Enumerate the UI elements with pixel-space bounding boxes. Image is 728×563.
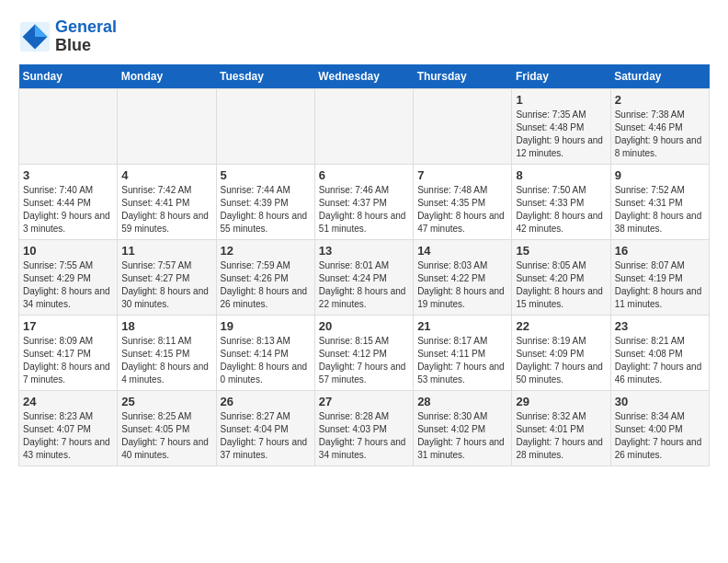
- calendar-cell: [216, 88, 314, 164]
- day-number: 13: [319, 244, 409, 258]
- day-info: Sunrise: 7:35 AM Sunset: 4:48 PM Dayligh…: [516, 109, 606, 160]
- day-info: Sunrise: 8:03 AM Sunset: 4:22 PM Dayligh…: [417, 259, 507, 311]
- day-number: 29: [516, 395, 606, 408]
- calendar-cell: 25Sunrise: 8:25 AM Sunset: 4:05 PM Dayli…: [118, 390, 216, 465]
- day-number: 4: [121, 168, 211, 182]
- day-number: 1: [516, 93, 606, 107]
- calendar-cell: [19, 88, 118, 164]
- day-number: 27: [319, 395, 409, 408]
- day-number: 17: [23, 319, 113, 333]
- week-row-5: 24Sunrise: 8:23 AM Sunset: 4:07 PM Dayli…: [19, 390, 710, 465]
- day-number: 25: [121, 395, 211, 408]
- day-number: 30: [615, 395, 705, 408]
- day-number: 2: [615, 93, 705, 107]
- day-number: 19: [221, 319, 311, 333]
- calendar-cell: 1Sunrise: 7:35 AM Sunset: 4:48 PM Daylig…: [512, 88, 610, 164]
- day-number: 9: [615, 168, 705, 182]
- calendar-cell: 16Sunrise: 8:07 AM Sunset: 4:19 PM Dayli…: [610, 239, 709, 315]
- calendar-cell: 21Sunrise: 8:17 AM Sunset: 4:11 PM Dayli…: [414, 315, 512, 390]
- calendar-cell: 14Sunrise: 8:03 AM Sunset: 4:22 PM Dayli…: [414, 239, 512, 315]
- day-number: 22: [516, 319, 606, 333]
- header-monday: Monday: [118, 64, 216, 89]
- page-header: General Blue: [18, 18, 710, 55]
- calendar-cell: 26Sunrise: 8:27 AM Sunset: 4:04 PM Dayli…: [216, 390, 314, 465]
- calendar-cell: 10Sunrise: 7:55 AM Sunset: 4:29 PM Dayli…: [19, 239, 118, 315]
- day-info: Sunrise: 8:15 AM Sunset: 4:12 PM Dayligh…: [319, 335, 409, 386]
- calendar-cell: 19Sunrise: 8:13 AM Sunset: 4:14 PM Dayli…: [216, 315, 314, 390]
- day-number: 14: [417, 244, 507, 258]
- day-number: 15: [516, 244, 606, 258]
- header-friday: Friday: [512, 64, 610, 89]
- calendar-cell: [314, 88, 413, 164]
- calendar-cell: 11Sunrise: 7:57 AM Sunset: 4:27 PM Dayli…: [118, 239, 216, 315]
- calendar-cell: 15Sunrise: 8:05 AM Sunset: 4:20 PM Dayli…: [512, 239, 610, 315]
- logo-icon: [18, 20, 51, 53]
- day-number: 7: [417, 168, 507, 182]
- day-number: 10: [23, 244, 113, 258]
- week-row-2: 3Sunrise: 7:40 AM Sunset: 4:44 PM Daylig…: [19, 164, 710, 239]
- day-info: Sunrise: 8:07 AM Sunset: 4:19 PM Dayligh…: [615, 259, 705, 311]
- day-info: Sunrise: 8:28 AM Sunset: 4:03 PM Dayligh…: [319, 410, 409, 462]
- day-info: Sunrise: 7:44 AM Sunset: 4:39 PM Dayligh…: [221, 184, 311, 236]
- day-info: Sunrise: 8:11 AM Sunset: 4:15 PM Dayligh…: [121, 335, 211, 386]
- calendar-cell: 7Sunrise: 7:48 AM Sunset: 4:35 PM Daylig…: [414, 164, 512, 239]
- calendar-cell: 12Sunrise: 7:59 AM Sunset: 4:26 PM Dayli…: [216, 239, 314, 315]
- day-number: 8: [516, 168, 606, 182]
- day-info: Sunrise: 7:40 AM Sunset: 4:44 PM Dayligh…: [23, 184, 113, 236]
- day-info: Sunrise: 8:01 AM Sunset: 4:24 PM Dayligh…: [319, 259, 409, 311]
- header-saturday: Saturday: [610, 64, 709, 89]
- header-wednesday: Wednesday: [314, 64, 413, 89]
- week-row-4: 17Sunrise: 8:09 AM Sunset: 4:17 PM Dayli…: [19, 315, 710, 390]
- calendar-cell: 17Sunrise: 8:09 AM Sunset: 4:17 PM Dayli…: [19, 315, 118, 390]
- calendar-cell: 3Sunrise: 7:40 AM Sunset: 4:44 PM Daylig…: [19, 164, 118, 239]
- day-number: 3: [23, 168, 113, 182]
- day-info: Sunrise: 8:13 AM Sunset: 4:14 PM Dayligh…: [221, 335, 311, 386]
- header-thursday: Thursday: [414, 64, 512, 89]
- day-number: 6: [319, 168, 409, 182]
- calendar-cell: 2Sunrise: 7:38 AM Sunset: 4:46 PM Daylig…: [610, 88, 709, 164]
- day-info: Sunrise: 7:59 AM Sunset: 4:26 PM Dayligh…: [221, 259, 311, 311]
- calendar-cell: [118, 88, 216, 164]
- day-number: 23: [615, 319, 705, 333]
- day-info: Sunrise: 7:48 AM Sunset: 4:35 PM Dayligh…: [417, 184, 507, 236]
- day-info: Sunrise: 8:34 AM Sunset: 4:00 PM Dayligh…: [615, 410, 705, 462]
- day-number: 11: [121, 244, 211, 258]
- day-info: Sunrise: 7:38 AM Sunset: 4:46 PM Dayligh…: [615, 109, 705, 160]
- calendar-cell: 30Sunrise: 8:34 AM Sunset: 4:00 PM Dayli…: [610, 390, 709, 465]
- calendar-cell: 23Sunrise: 8:21 AM Sunset: 4:08 PM Dayli…: [610, 315, 709, 390]
- week-row-3: 10Sunrise: 7:55 AM Sunset: 4:29 PM Dayli…: [19, 239, 710, 315]
- day-info: Sunrise: 7:46 AM Sunset: 4:37 PM Dayligh…: [319, 184, 409, 236]
- day-info: Sunrise: 8:19 AM Sunset: 4:09 PM Dayligh…: [516, 335, 606, 386]
- calendar-cell: 22Sunrise: 8:19 AM Sunset: 4:09 PM Dayli…: [512, 315, 610, 390]
- calendar-cell: 20Sunrise: 8:15 AM Sunset: 4:12 PM Dayli…: [314, 315, 413, 390]
- day-info: Sunrise: 8:17 AM Sunset: 4:11 PM Dayligh…: [417, 335, 507, 386]
- day-number: 12: [221, 244, 311, 258]
- day-header-row: SundayMondayTuesdayWednesdayThursdayFrid…: [19, 64, 710, 89]
- logo-text: General Blue: [55, 18, 117, 55]
- day-info: Sunrise: 8:09 AM Sunset: 4:17 PM Dayligh…: [23, 335, 113, 386]
- day-info: Sunrise: 7:42 AM Sunset: 4:41 PM Dayligh…: [121, 184, 211, 236]
- header-sunday: Sunday: [19, 64, 118, 89]
- day-number: 28: [417, 395, 507, 408]
- day-number: 24: [23, 395, 113, 408]
- day-number: 21: [417, 319, 507, 333]
- calendar-table: SundayMondayTuesdayWednesdayThursdayFrid…: [18, 64, 710, 466]
- calendar-cell: 4Sunrise: 7:42 AM Sunset: 4:41 PM Daylig…: [118, 164, 216, 239]
- day-info: Sunrise: 8:05 AM Sunset: 4:20 PM Dayligh…: [516, 259, 606, 311]
- day-info: Sunrise: 8:30 AM Sunset: 4:02 PM Dayligh…: [417, 410, 507, 462]
- calendar-cell: [414, 88, 512, 164]
- day-info: Sunrise: 8:23 AM Sunset: 4:07 PM Dayligh…: [23, 410, 113, 462]
- logo: General Blue: [18, 18, 117, 55]
- day-number: 5: [221, 168, 311, 182]
- calendar-cell: 28Sunrise: 8:30 AM Sunset: 4:02 PM Dayli…: [414, 390, 512, 465]
- calendar-cell: 18Sunrise: 8:11 AM Sunset: 4:15 PM Dayli…: [118, 315, 216, 390]
- day-number: 20: [319, 319, 409, 333]
- day-info: Sunrise: 7:55 AM Sunset: 4:29 PM Dayligh…: [23, 259, 113, 311]
- day-info: Sunrise: 8:27 AM Sunset: 4:04 PM Dayligh…: [221, 410, 311, 462]
- day-info: Sunrise: 7:50 AM Sunset: 4:33 PM Dayligh…: [516, 184, 606, 236]
- day-info: Sunrise: 8:21 AM Sunset: 4:08 PM Dayligh…: [615, 335, 705, 386]
- day-number: 26: [221, 395, 311, 408]
- day-info: Sunrise: 8:32 AM Sunset: 4:01 PM Dayligh…: [516, 410, 606, 462]
- week-row-1: 1Sunrise: 7:35 AM Sunset: 4:48 PM Daylig…: [19, 88, 710, 164]
- day-info: Sunrise: 8:25 AM Sunset: 4:05 PM Dayligh…: [121, 410, 211, 462]
